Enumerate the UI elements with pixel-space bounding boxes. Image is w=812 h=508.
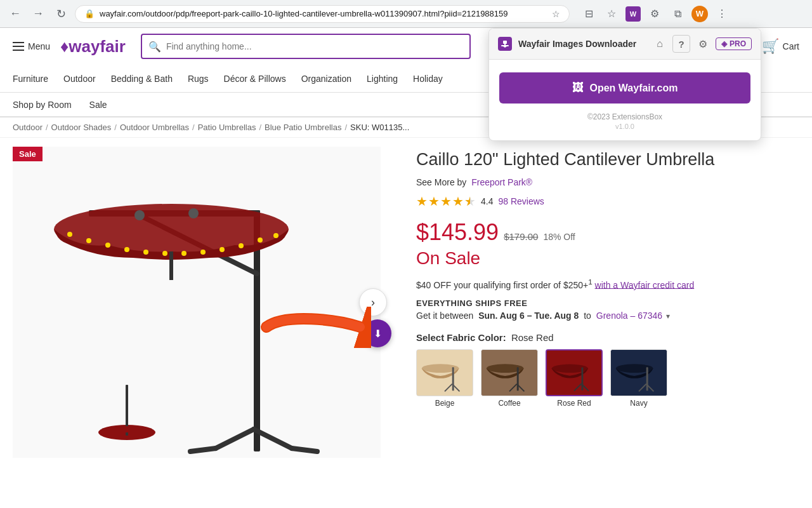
nav-item-holiday[interactable]: Holiday <box>413 71 443 86</box>
price-row: $145.99 $179.00 18% Off <box>416 219 784 246</box>
swatch-container-beige: Beige <box>416 349 473 408</box>
popup-icon <box>498 37 512 51</box>
url-text: wayfair.com/outdoor/pdp/freeport-park-ca… <box>100 9 547 18</box>
nav-item-organization[interactable]: Organization <box>301 71 351 86</box>
selected-color-name: Rose Red <box>511 332 554 343</box>
cast-icon[interactable]: ⊟ <box>580 5 598 23</box>
popup-home-button[interactable]: ⌂ <box>651 35 669 53</box>
product-image <box>13 147 381 458</box>
more-menu-icon[interactable]: ⋮ <box>713 5 731 23</box>
breadcrumb-sep-3: / <box>192 123 195 132</box>
open-btn-label: Open Wayfair.com <box>590 83 678 94</box>
brand-link[interactable]: Freeport Park® <box>471 177 532 187</box>
nav-item-rugs[interactable]: Rugs <box>188 71 209 86</box>
chevron-down-icon: ▾ <box>666 312 670 321</box>
current-price: $145.99 <box>416 219 499 246</box>
hamburger-menu[interactable]: Menu <box>13 41 50 51</box>
reload-button[interactable]: ↻ <box>52 5 70 23</box>
delivery-location-link[interactable]: Grenola – 67346 <box>596 311 662 321</box>
nav-item-furniture[interactable]: Furniture <box>13 71 48 86</box>
search-input[interactable] <box>166 41 463 51</box>
see-more-row: See More by Freeport Park® <box>416 177 784 187</box>
svg-point-25 <box>188 208 199 218</box>
breadcrumb-sep-5: / <box>344 123 347 132</box>
star-2: ★ <box>428 194 440 209</box>
bookmark-star-icon[interactable]: ☆ <box>603 5 620 23</box>
swatch-container-rose: Rose Red <box>546 349 603 408</box>
address-bar[interactable]: 🔒 wayfair.com/outdoor/pdp/freeport-park-… <box>75 5 570 23</box>
star-half: ★★ <box>464 194 476 209</box>
svg-point-12 <box>219 247 225 252</box>
popup-title-area: Wayfair Images Downloader <box>498 37 636 51</box>
color-swatches: Beige Coffee <box>416 349 784 408</box>
reviews-link[interactable]: 98 Reviews <box>498 196 544 206</box>
breadcrumb-outdoor[interactable]: Outdoor <box>13 123 43 132</box>
svg-point-9 <box>162 251 167 256</box>
search-icon: 🔍 <box>148 41 161 53</box>
svg-point-15 <box>273 233 278 238</box>
browser-chrome: ← → ↻ 🔒 wayfair.com/outdoor/pdp/freeport… <box>0 0 812 28</box>
color-swatch-beige[interactable] <box>416 349 473 396</box>
svg-point-4 <box>67 232 72 237</box>
credit-offer: $40 OFF your qualifying first order of $… <box>416 277 784 290</box>
profile-avatar[interactable]: W <box>691 6 708 22</box>
product-details: Caillo 120" Lighted Cantilever Umbrella … <box>416 147 784 458</box>
breadcrumb-outdoor-shades[interactable]: Outdoor Shades <box>51 123 112 132</box>
pro-icon: ◈ <box>721 39 727 48</box>
color-label-text: Select Fabric Color: <box>416 332 506 343</box>
stars: ★ ★ ★ ★ ★★ <box>416 194 476 209</box>
popup-title-text: Wayfair Images Downloader <box>518 39 636 49</box>
back-button[interactable]: ← <box>6 5 24 23</box>
wayfair-ext-icon[interactable]: W <box>625 6 641 22</box>
svg-line-21 <box>190 448 216 451</box>
on-sale-label: On Sale <box>416 248 784 269</box>
color-swatch-coffee[interactable] <box>481 349 538 396</box>
extension-popup: Wayfair Images Downloader ⌂ ? ⚙ ◈ PRO 🖼 … <box>488 28 761 141</box>
lock-icon: 🔒 <box>84 9 95 18</box>
nav-item-lighting[interactable]: Lighting <box>367 71 398 86</box>
svg-point-11 <box>200 250 206 255</box>
logo-text: ♦wayfair <box>60 37 126 57</box>
puzzle-icon[interactable]: ⚙ <box>646 5 664 23</box>
breadcrumb-outdoor-umbrellas[interactable]: Outdoor Umbrellas <box>120 123 189 132</box>
cart-label: Cart <box>783 41 799 51</box>
breadcrumb-sep-2: / <box>114 123 117 132</box>
swatch-label-rose: Rose Red <box>557 399 591 408</box>
nav-item-bedding[interactable]: Bedding & Bath <box>111 71 173 86</box>
svg-point-13 <box>239 243 244 248</box>
subnav-shop-by-room[interactable]: Shop by Room <box>13 100 72 110</box>
cart-icon: 🛒 <box>762 38 779 55</box>
breadcrumb-blue-patio[interactable]: Blue Patio Umbrellas <box>265 123 341 132</box>
breadcrumb-patio-umbrellas[interactable]: Patio Umbrellas <box>198 123 256 132</box>
svg-rect-40 <box>581 368 583 391</box>
open-wayfair-button[interactable]: 🖼 Open Wayfair.com <box>499 72 750 104</box>
cart-button[interactable]: 🛒 Cart <box>762 38 799 55</box>
popup-pro-button[interactable]: ◈ PRO <box>716 37 752 50</box>
svg-line-19 <box>216 429 254 448</box>
browser-action-area: ⊟ ☆ W ⚙ ⧉ W ⋮ <box>580 5 731 23</box>
nav-item-decor[interactable]: Décor & Pillows <box>224 71 286 86</box>
sidebar-icon[interactable]: ⧉ <box>669 5 686 23</box>
swatch-container-navy: Navy <box>610 349 667 408</box>
wayfair-logo[interactable]: ♦wayfair <box>60 37 126 57</box>
bookmark-icon: ☆ <box>552 9 560 19</box>
subnav-sale[interactable]: Sale <box>89 100 107 110</box>
popup-settings-button[interactable]: ⚙ <box>694 35 712 53</box>
svg-point-8 <box>143 250 148 255</box>
svg-point-7 <box>124 247 129 252</box>
sale-badge: Sale <box>13 147 43 161</box>
color-swatch-navy[interactable] <box>610 349 667 396</box>
credit-card-link[interactable]: with a Wayfair credit card <box>595 279 695 290</box>
menu-label: Menu <box>28 41 50 51</box>
product-image-area: Sale <box>13 147 393 458</box>
swatch-label-beige: Beige <box>435 399 455 408</box>
color-label: Select Fabric Color: Rose Red <box>416 332 784 343</box>
popup-help-button[interactable]: ? <box>672 35 690 53</box>
popup-footer-text: ©2023 ExtensionsBox <box>499 112 750 121</box>
nav-item-outdoor[interactable]: Outdoor <box>63 71 96 86</box>
search-bar[interactable]: 🔍 <box>141 34 471 59</box>
breadcrumb-sep-1: / <box>46 123 48 132</box>
forward-button[interactable]: → <box>29 5 47 23</box>
color-swatch-rose[interactable] <box>546 349 603 396</box>
svg-point-10 <box>181 251 187 256</box>
